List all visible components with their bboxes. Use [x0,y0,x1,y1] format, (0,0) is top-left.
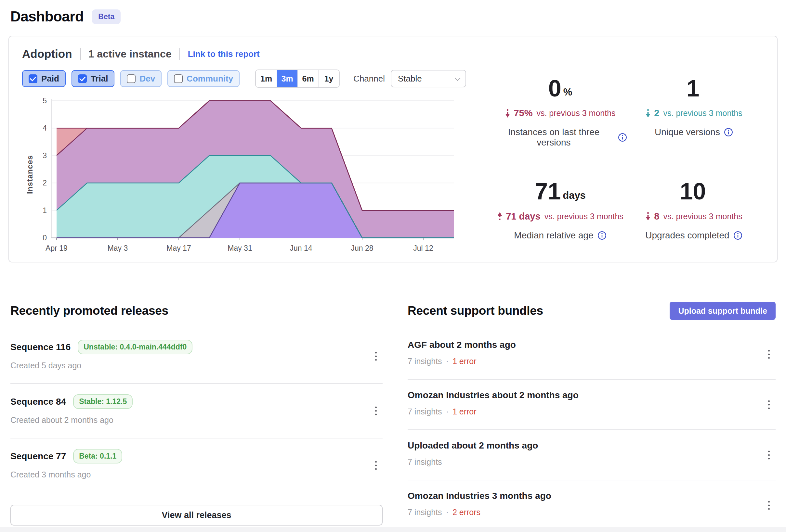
checkbox-unchecked-icon [174,74,183,83]
arrow-down-dashed-icon [505,108,510,118]
release-row: Sequence 116 Unstable: 0.4.0-main.444ddf… [10,329,383,384]
adoption-card: Adoption 1 active instance Link to this … [8,36,778,262]
adoption-chart: 012345Apr 19May 3May 17May 31Jun 14Jun 2… [38,96,465,253]
range-3m-button[interactable]: 3m [277,70,297,87]
kebab-menu-icon[interactable] [372,459,379,473]
kebab-menu-icon[interactable] [372,404,379,418]
chevron-down-icon [455,75,460,81]
stat-delta-value: 71 days [506,211,540,222]
bundle-title: Uploaded about 2 months ago [408,440,538,451]
svg-text:2: 2 [43,179,47,187]
filter-community-label: Community [187,74,233,84]
svg-text:May 3: May 3 [108,244,128,252]
upload-support-bundle-button[interactable]: Upload support bundle [670,302,776,320]
bundle-insights: 7 insights [408,407,442,416]
checkbox-checked-icon [29,74,38,83]
kebab-menu-icon[interactable] [765,397,772,411]
svg-text:Jun 14: Jun 14 [290,244,312,252]
kebab-menu-icon[interactable] [372,349,379,363]
svg-text:Apr 19: Apr 19 [46,244,68,252]
bundle-insights: 7 insights [408,457,442,467]
release-title: Sequence 77 [10,451,66,461]
link-to-report[interactable]: Link to this report [188,49,260,59]
release-row: Sequence 77 Beta: 0.1.1 Created 3 months… [10,438,383,492]
release-title: Sequence 84 [10,396,66,407]
release-channel-badge: Beta: 0.1.1 [73,449,122,463]
stat-delta-suffix: vs. previous 3 months [663,212,742,221]
release-created: Created 5 days ago [10,361,81,370]
svg-text:5: 5 [43,96,47,105]
kebab-menu-icon[interactable] [765,347,772,361]
y-axis-title: Instances [22,106,38,243]
support-bundles-section: Recent support bundles Upload support bu… [408,297,776,530]
stat-value: 71 [535,180,561,202]
bundle-errors: 2 errors [453,508,481,517]
bundle-row: AGF about 2 months ago 7 insights · 1 er… [408,329,776,380]
stat-label: Upgrades completed [645,230,729,241]
stat-delta-suffix: vs. previous 3 months [545,212,623,221]
filter-community-checkbox[interactable]: Community [167,70,239,87]
adoption-card-header: Adoption 1 active instance Link to this … [22,47,764,61]
stat-delta-value: 8 [654,211,659,222]
svg-text:May 31: May 31 [228,244,252,252]
svg-text:0: 0 [43,234,47,242]
range-1m-button[interactable]: 1m [256,70,277,87]
filter-paid-checkbox[interactable]: Paid [22,70,66,87]
svg-text:Jun 28: Jun 28 [351,244,373,252]
arrow-up-dashed-icon [497,212,503,221]
stat-label: Instances on last three versions [493,127,614,148]
filters-row: Paid Trial Dev Community [22,70,484,88]
view-all-releases-button[interactable]: View all releases [10,505,383,526]
filter-trial-checkbox[interactable]: Trial [71,70,114,87]
range-6m-button[interactable]: 6m [297,70,318,87]
stat-upgrades-completed: 10 8 vs. previous 3 months Upgrades comp… [627,180,761,240]
chart-row: Instances 012345Apr 19May 3May 17May 31J… [22,96,484,253]
stat-value: 1 [686,77,699,99]
adoption-card-body: Paid Trial Dev Community [22,61,764,253]
stat-delta-suffix: vs. previous 3 months [663,108,742,118]
stat-delta-value: 75% [514,108,532,119]
dashboard-page: Dashboard Beta Adoption 1 active instanc… [0,0,786,530]
stat-label: Unique versions [655,127,720,137]
stat-label: Median relative age [514,230,593,241]
page-header: Dashboard Beta [8,0,778,25]
kebab-menu-icon[interactable] [765,448,772,462]
channel-selected-value: Stable [398,74,422,84]
stats-grid: 0 % 75% vs. previous 3 months Instances … [484,61,764,253]
releases-heading: Recently promoted releases [10,304,168,318]
bundle-title: Omozan Industries about 2 months ago [408,390,579,401]
bundle-row: Omozan Industries about 2 months ago 7 i… [408,380,776,430]
separator-dot: · [446,407,448,416]
stat-unique-versions: 1 2 vs. previous 3 months Unique version… [627,77,761,148]
bundles-heading: Recent support bundles [408,304,543,318]
channel-select[interactable]: Stable [391,70,466,87]
adoption-title: Adoption [22,47,72,61]
svg-text:3: 3 [43,151,47,160]
bundle-row: Uploaded about 2 months ago 7 insights [408,430,776,480]
stat-unit: days [563,190,586,203]
range-1y-button[interactable]: 1y [318,70,339,87]
filter-dev-label: Dev [139,74,155,84]
stat-delta-value: 2 [654,108,659,119]
kebab-menu-icon[interactable] [765,498,772,512]
bundle-insights: 7 insights [408,508,442,517]
svg-text:4: 4 [43,124,47,132]
stat-value: 10 [680,180,706,202]
info-icon[interactable] [733,231,742,240]
bundle-errors: 1 error [453,357,477,366]
time-range-selector: 1m 3m 6m 1y [255,70,340,88]
stat-unit: % [563,87,573,99]
filter-paid-label: Paid [41,74,59,84]
stat-instances-last-three-versions: 0 % 75% vs. previous 3 months Instances … [493,77,627,148]
bundle-row: Omozan Industries 3 months ago 7 insight… [408,480,776,530]
release-created: Created 3 months ago [10,470,91,479]
info-icon[interactable] [618,133,627,142]
beta-badge: Beta [92,9,121,24]
info-icon[interactable] [598,231,606,240]
next-section-edge [0,527,786,532]
bundle-title: AGF about 2 months ago [408,340,516,350]
info-icon[interactable] [724,128,733,137]
divider [180,48,180,60]
release-created: Created about 2 months ago [10,415,113,425]
filter-dev-checkbox[interactable]: Dev [120,70,162,87]
